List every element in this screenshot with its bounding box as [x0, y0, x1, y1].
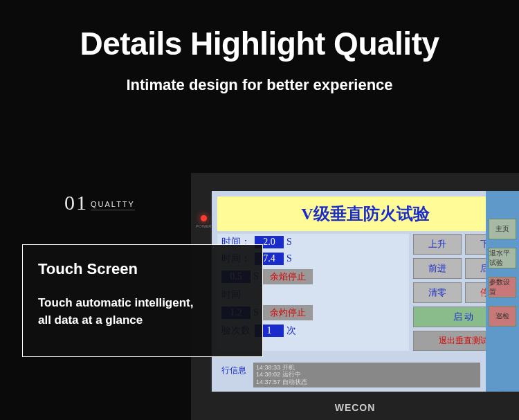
log-line: 14:37:57 自动状态 — [256, 378, 477, 386]
feature-number-badge: 01 QUALTTY — [64, 191, 135, 214]
log-line: 14:38:02 运行中 — [256, 371, 477, 378]
clear-button[interactable]: 清零 — [413, 282, 462, 303]
forward-button[interactable]: 前进 — [413, 258, 462, 279]
afterflame-stop-button[interactable]: 余焰停止 — [263, 269, 313, 284]
power-led-icon — [201, 215, 207, 221]
footer-log: 14:38:33 开机 14:38:02 运行中 14:37:57 自动状态 — [253, 363, 480, 387]
log-line: 14:38:33 开机 — [256, 364, 477, 372]
param-unit: 次 — [286, 325, 296, 337]
feature-info-box: Touch Screen Touch automatic intelligent… — [22, 244, 263, 357]
feature-title: Touch Screen — [38, 260, 247, 278]
param-unit: S — [286, 237, 292, 248]
hmi-footer: 行信息 14:38:33 开机 14:38:02 运行中 14:37:57 自动… — [217, 363, 480, 387]
footer-label: 行信息 — [217, 363, 251, 387]
page-title: Details Highlight Quality — [0, 0, 519, 62]
afterglow-stop-button[interactable]: 余灼停止 — [263, 305, 313, 320]
hmi-screen-title: V级垂直防火试验 — [217, 197, 513, 231]
hmi-side-nav: 主页 退水平试验 参数设置 巡检 — [486, 191, 519, 392]
power-label: POWER — [196, 224, 212, 228]
feature-description: Touch automatic intelligent, all data at… — [38, 295, 247, 329]
page-subtitle: Intimate design for better experience — [0, 76, 519, 94]
home-button[interactable]: 主页 — [489, 219, 516, 239]
up-button[interactable]: 上升 — [413, 234, 462, 255]
horizontal-test-button[interactable]: 退水平试验 — [489, 248, 516, 268]
feature-tag: QUALTTY — [91, 200, 135, 210]
param-unit: S — [286, 253, 292, 264]
device-brand-label: WECON — [335, 402, 376, 413]
inspection-button[interactable]: 巡检 — [489, 306, 516, 327]
param-setting-button[interactable]: 参数设置 — [489, 277, 516, 298]
feature-number: 01 — [64, 191, 88, 214]
